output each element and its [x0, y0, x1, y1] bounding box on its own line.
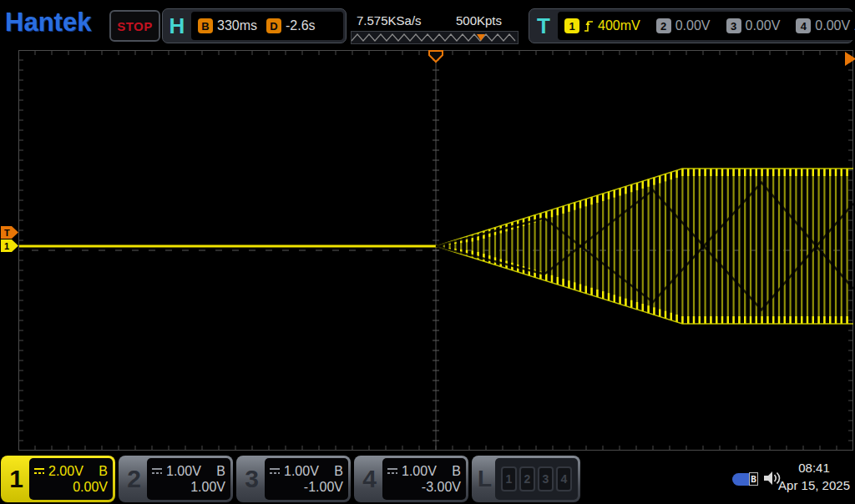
channel-4-offset: -3.00V	[387, 480, 461, 495]
channel-1-bandwidth: B	[99, 464, 108, 479]
logic-digit-2: 2	[519, 466, 535, 491]
channel-1-position-marker[interactable]: 1	[1, 239, 18, 252]
logic-digit-1: 1	[501, 466, 517, 491]
channel-1-scale: 2.00V	[48, 464, 83, 479]
trigger-ch2-badge: 2	[656, 18, 671, 33]
trigger-ch4-badge: 4	[796, 18, 811, 33]
timebase-badge: B	[198, 18, 213, 33]
trigger-level-marker[interactable]: T	[1, 226, 18, 239]
logic-digit-3: 3	[538, 466, 554, 491]
memory-depth: 500Kpts	[456, 13, 502, 28]
trigger-readout: 1 400mV 2 0.00V 3 0.00V 4 0.00V A	[558, 12, 855, 40]
delay-value: -2.6s	[286, 18, 316, 33]
trigger-ch2-level: 0.00V	[675, 18, 711, 33]
run-state-button[interactable]: STOP	[109, 10, 160, 42]
preview-position-marker[interactable]	[477, 34, 485, 41]
logic-digit-group: 1 2 3 4	[495, 458, 578, 500]
channel-3-scale: 1.00V	[284, 464, 319, 479]
hantek-logo: Hantek	[5, 8, 91, 38]
horizontal-readout: B 330ms D -2.6s	[191, 12, 343, 40]
trigger-source-badge: 1	[564, 18, 579, 33]
channel-1-offset: 0.00V	[33, 480, 108, 495]
horizontal-panel[interactable]: H B 330ms D -2.6s	[162, 8, 347, 43]
logic-channels-panel[interactable]: L 1 2 3 4	[472, 456, 580, 502]
right-edge-arrow-icon	[845, 52, 855, 66]
channel-1-position-marker-label: 1	[4, 241, 9, 251]
dc-coupling-icon	[151, 466, 164, 476]
timebase-value: 330ms	[217, 18, 257, 33]
channel-4-scale: 1.00V	[402, 464, 437, 479]
run-state-label: STOP	[117, 19, 153, 33]
clock-date: Apr 15, 2025	[778, 476, 850, 494]
channel-2-panel[interactable]: 2 1.00V B 1.00V	[119, 456, 233, 502]
dc-coupling-icon	[269, 466, 281, 476]
graticule	[18, 50, 853, 451]
channel-3-number: 3	[239, 458, 265, 500]
channel-2-number: 2	[121, 458, 147, 500]
horizontal-panel-label: H	[163, 13, 191, 39]
trigger-panel[interactable]: T 1 400mV 2 0.00V 3 0.00V 4 0.00V A	[529, 8, 853, 43]
trigger-ch4-level: 0.00V	[815, 18, 850, 33]
clock: 08:41 Apr 15, 2025	[778, 459, 850, 494]
delay-badge: D	[266, 18, 281, 33]
usb-drive-icon	[732, 473, 750, 486]
channel-3-panel[interactable]: 3 1.00V B -1.00V	[236, 456, 351, 502]
channel-1-panel[interactable]: 1 2.00V B 0.00V	[1, 456, 115, 502]
logic-digit-4: 4	[556, 466, 572, 491]
usb-drive-letter: B	[749, 472, 758, 486]
trigger-panel-label: T	[529, 13, 558, 39]
trigger-level-marker-label: T	[4, 228, 10, 238]
channel-4-number: 4	[357, 458, 382, 500]
dc-coupling-icon	[387, 466, 399, 476]
trigger-level-value: 400mV	[598, 18, 640, 33]
sample-rate: 7.575KSa/s	[357, 13, 422, 28]
waveform-preview-icon	[352, 32, 518, 43]
channel-2-bandwidth: B	[216, 464, 225, 479]
channel-2-scale: 1.00V	[166, 464, 201, 479]
waveform-preview-bar[interactable]	[351, 31, 519, 44]
channel-4-bandwidth: B	[452, 464, 461, 479]
logic-panel-label: L	[474, 458, 495, 500]
channel-2-offset: 1.00V	[151, 480, 225, 495]
trigger-ch3-level: 0.00V	[746, 18, 781, 33]
trigger-position-icon[interactable]	[429, 51, 443, 62]
channel-3-bandwidth: B	[334, 464, 343, 479]
channel-3-offset: -1.00V	[269, 480, 343, 495]
dc-coupling-icon	[33, 466, 46, 476]
clock-time: 08:41	[778, 459, 850, 476]
trigger-ch3-badge: 3	[726, 18, 741, 33]
rising-edge-icon	[584, 19, 594, 33]
channel-4-panel[interactable]: 4 1.00V B -3.00V	[354, 456, 468, 502]
channel-1-number: 1	[3, 458, 29, 500]
